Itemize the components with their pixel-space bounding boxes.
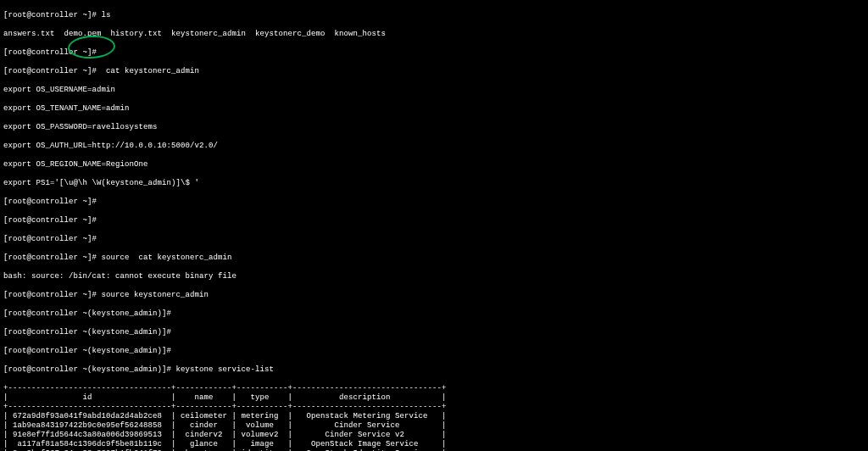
service-list-command: [root@controller ~(keystone_admin)]# key…: [3, 365, 865, 375]
export-line: export OS_PASSWORD=ravellosystems: [3, 123, 865, 132]
prompt: [root@controller ~(keystone_admin)]#: [3, 347, 865, 356]
prompt: [root@controller ~]#: [3, 216, 865, 226]
prompt: [root@controller ~]#: [3, 48, 865, 58]
source-command: [root@controller ~]# source cat keystone…: [3, 253, 865, 263]
export-line: export PS1='[\u@\h \W(keystone_admin)]\$…: [3, 179, 865, 188]
terminal-output[interactable]: [root@controller ~]# ls answers.txt demo…: [0, 0, 868, 451]
ls-output: answers.txt demo.pem history.txt keyston…: [3, 30, 865, 39]
export-line: export OS_TENANT_NAME=admin: [3, 104, 865, 114]
export-line: export OS_USERNAME=admin: [3, 86, 865, 95]
service-list-table: +-----------------------------------+---…: [3, 384, 865, 451]
source-error: bash: source: /bin/cat: cannot execute b…: [3, 272, 865, 281]
export-line: export OS_AUTH_URL=http://10.0.0.10:5000…: [3, 142, 865, 151]
prompt: [root@controller ~]#: [3, 198, 865, 207]
cat-command: [root@controller ~]# cat keystonerc_admi…: [3, 67, 865, 76]
ls-command: [root@controller ~]# ls: [3, 11, 865, 20]
prompt: [root@controller ~(keystone_admin)]#: [3, 309, 865, 319]
source-command: [root@controller ~]# source keystonerc_a…: [3, 291, 865, 300]
prompt: [root@controller ~]#: [3, 235, 865, 244]
export-line: export OS_REGION_NAME=RegionOne: [3, 160, 865, 170]
prompt: [root@controller ~(keystone_admin)]#: [3, 328, 865, 337]
